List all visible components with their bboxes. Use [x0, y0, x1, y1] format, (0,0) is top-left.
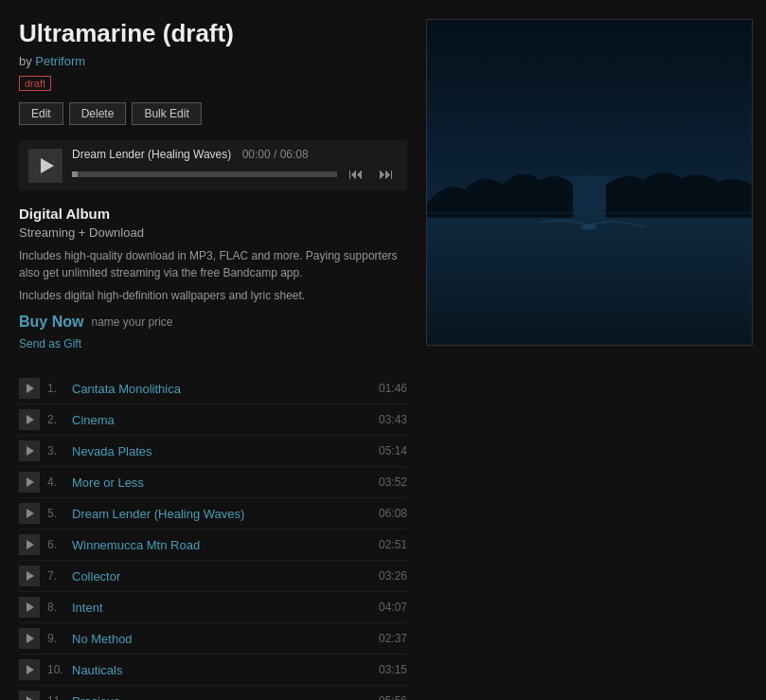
track-number: 10. — [47, 663, 64, 676]
name-price-label: name your price — [91, 315, 172, 329]
track-play-icon — [27, 540, 34, 549]
track-item: 5. Dream Lender (Healing Waves) 06:08 — [19, 498, 407, 529]
track-time: 00:00 / 06:08 — [242, 148, 309, 161]
track-item: 1. Cantata Monolithica 01:46 — [19, 373, 407, 404]
track-name[interactable]: Winnemucca Mtn Road — [72, 538, 371, 552]
section-title: Digital Album — [19, 206, 407, 222]
progress-fill — [72, 171, 78, 177]
track-duration: 05:14 — [379, 444, 407, 458]
track-item: 10. Nauticals 03:15 — [19, 655, 407, 686]
toolbar: Edit Delete Bulk Edit — [19, 102, 407, 125]
track-play-icon — [27, 571, 34, 581]
track-number: 1. — [47, 382, 64, 395]
artist-line: by Petriform — [19, 54, 407, 68]
total-time: 06:08 — [280, 148, 309, 161]
buy-row: Buy Now name your price — [19, 314, 407, 331]
progress-row: ⏮ ⏭ — [72, 166, 398, 183]
buy-now-button[interactable]: Buy Now — [19, 314, 83, 331]
description2: Includes digital high-definition wallpap… — [19, 287, 407, 304]
player-bar: Dream Lender (Healing Waves) 00:00 / 06:… — [19, 140, 407, 190]
track-play-button[interactable] — [19, 440, 40, 461]
track-play-button[interactable] — [19, 628, 40, 649]
track-duration: 03:15 — [379, 663, 407, 676]
track-name[interactable]: Nevada Plates — [72, 444, 371, 458]
track-play-button[interactable] — [19, 503, 40, 524]
track-duration: 03:26 — [379, 569, 407, 583]
track-name[interactable]: Intent — [72, 601, 371, 615]
track-list: 1. Cantata Monolithica 01:46 2. Cinema 0… — [19, 373, 407, 700]
track-play-button[interactable] — [19, 691, 40, 700]
track-name[interactable]: No Method — [72, 632, 371, 646]
edit-button[interactable]: Edit — [19, 102, 63, 125]
track-play-button[interactable] — [19, 409, 40, 430]
track-number: 4. — [47, 476, 64, 489]
next-button[interactable]: ⏭ — [375, 166, 398, 183]
send-gift-link[interactable]: Send as Gift — [19, 337, 81, 350]
track-name[interactable]: Nauticals — [72, 663, 371, 677]
play-icon — [41, 158, 54, 173]
track-play-icon — [27, 384, 34, 393]
track-duration: 04:07 — [379, 601, 407, 614]
description1: Includes high-quality download in MP3, F… — [19, 247, 407, 281]
track-duration: 05:56 — [379, 694, 407, 700]
track-duration: 06:08 — [379, 507, 407, 520]
track-duration: 03:52 — [379, 476, 407, 489]
track-duration: 03:43 — [379, 413, 407, 426]
track-play-button[interactable] — [19, 378, 40, 399]
track-duration: 02:51 — [379, 538, 407, 551]
track-name[interactable]: Cantata Monolithica — [72, 382, 371, 396]
track-name[interactable]: Dream Lender (Healing Waves) — [72, 507, 371, 521]
player-info: Dream Lender (Healing Waves) 00:00 / 06:… — [72, 148, 398, 183]
track-play-button[interactable] — [19, 597, 40, 618]
track-item: 2. Cinema 03:43 — [19, 404, 407, 436]
current-time: 00:00 — [242, 148, 271, 161]
track-play-button[interactable] — [19, 472, 40, 493]
by-label: by — [19, 54, 35, 68]
track-number: 2. — [47, 413, 64, 426]
track-play-button[interactable] — [19, 659, 40, 680]
track-name[interactable]: More or Less — [72, 476, 371, 490]
track-play-icon — [27, 477, 34, 487]
delete-button[interactable]: Delete — [69, 102, 127, 125]
album-art — [426, 19, 753, 346]
right-panel — [426, 19, 753, 700]
track-play-button[interactable] — [19, 534, 40, 555]
bulk-edit-button[interactable]: Bulk Edit — [132, 102, 201, 125]
track-play-icon — [27, 446, 34, 456]
track-number: 3. — [47, 444, 64, 458]
track-title-time: Dream Lender (Healing Waves) 00:00 / 06:… — [72, 148, 398, 161]
track-item: 6. Winnemucca Mtn Road 02:51 — [19, 529, 407, 561]
draft-badge: draft — [19, 76, 51, 91]
track-name[interactable]: Cinema — [72, 413, 371, 427]
track-play-icon — [27, 634, 34, 643]
track-name[interactable]: Collector — [72, 569, 371, 583]
progress-bar[interactable] — [72, 171, 337, 177]
playing-track-title: Dream Lender (Healing Waves) — [72, 148, 231, 161]
track-number: 6. — [47, 538, 64, 551]
prev-button[interactable]: ⏮ — [345, 166, 367, 183]
streaming-label: Streaming + Download — [19, 225, 407, 240]
track-item: 7. Collector 03:26 — [19, 561, 407, 592]
main-play-button[interactable] — [28, 149, 62, 183]
time-sep: / — [274, 148, 280, 161]
track-item: 9. No Method 02:37 — [19, 623, 407, 655]
track-duration: 01:46 — [379, 382, 407, 395]
track-number: 9. — [47, 632, 64, 645]
track-item: 8. Intent 04:07 — [19, 592, 407, 623]
track-play-icon — [27, 415, 34, 424]
track-number: 7. — [47, 569, 64, 583]
track-name[interactable]: Precious — [72, 694, 371, 701]
album-art-svg — [427, 20, 752, 345]
track-play-icon — [27, 696, 34, 700]
left-panel: Ultramarine (draft) by Petriform draft E… — [19, 19, 407, 700]
track-play-icon — [27, 509, 34, 518]
track-play-button[interactable] — [19, 565, 40, 586]
track-number: 8. — [47, 601, 64, 614]
track-number: 5. — [47, 507, 64, 520]
track-item: 4. More or Less 03:52 — [19, 467, 407, 498]
track-number: 11. — [47, 694, 64, 700]
track-play-icon — [27, 665, 34, 674]
track-item: 11. Precious 05:56 — [19, 686, 407, 700]
artist-link[interactable]: Petriform — [35, 54, 85, 68]
track-duration: 02:37 — [379, 632, 407, 645]
